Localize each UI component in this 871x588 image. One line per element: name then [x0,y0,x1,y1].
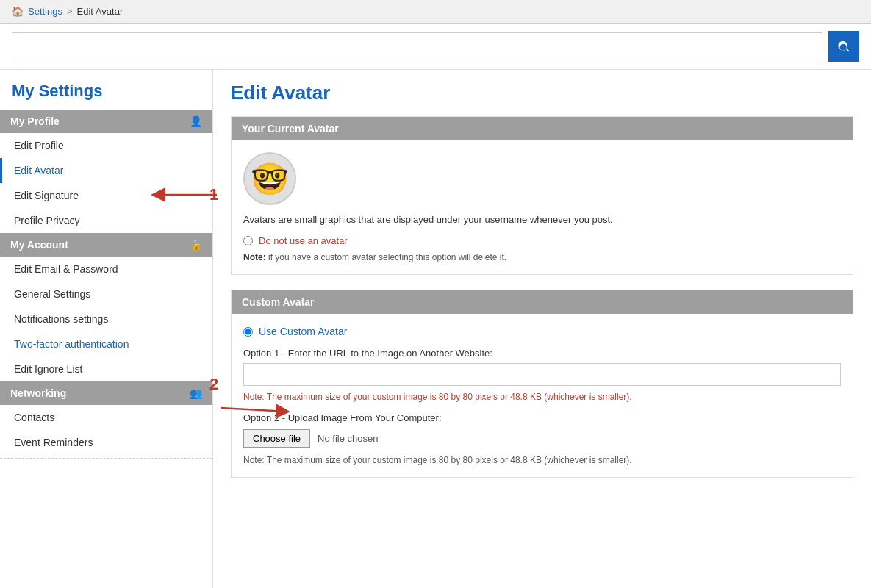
current-avatar-body: 🤓 Avatars are small graphics that are di… [232,140,853,274]
no-avatar-row: Do not use an avatar [243,235,841,246]
sidebar-item-edit-profile[interactable]: Edit Profile [0,133,212,158]
option2-note: Note: The maximum size of your custom im… [243,455,841,465]
breadcrumb-root[interactable]: Settings [28,6,62,17]
file-upload-row: Choose file No file chosen [243,429,841,448]
search-bar [0,24,871,70]
avatar: 🤓 [243,152,296,205]
sidebar-section-my-account: My Account 🔒 [0,233,212,257]
sidebar-item-notifications-settings[interactable]: Notifications settings [0,306,212,331]
custom-avatar-body: Use Custom Avatar Option 1 - Enter the U… [232,314,853,477]
search-button[interactable] [828,31,859,62]
sidebar-item-two-factor[interactable]: Two-factor authentication [0,331,212,356]
no-avatar-note: Note: if you have a custom avatar select… [243,252,841,262]
page-title: Edit Avatar [231,82,853,104]
sidebar-divider [0,458,212,459]
sidebar-item-event-reminders[interactable]: Event Reminders [0,430,212,455]
current-avatar-header: Your Current Avatar [232,117,853,140]
main-layout: My Settings My Profile 👤 Edit Profile Ed… [0,70,871,588]
sidebar-item-edit-ignore-list[interactable]: Edit Ignore List [0,356,212,381]
sidebar-heading: My Settings [0,70,212,110]
sidebar-item-edit-avatar[interactable]: Edit Avatar [0,158,212,183]
no-file-text: No file chosen [318,433,378,444]
sidebar-section-my-profile: My Profile 👤 [0,110,212,133]
no-avatar-note-text: if you have a custom avatar selecting th… [268,252,506,262]
no-avatar-label[interactable]: Do not use an avatar [259,235,348,246]
search-input[interactable] [12,32,822,60]
lock-icon: 🔒 [190,239,202,251]
avatar-face: 🤓 [251,161,289,197]
url-input[interactable] [243,363,841,386]
choose-file-button[interactable]: Choose file [243,429,310,448]
networking-label: Networking [10,387,66,399]
person-icon: 👤 [190,115,202,127]
home-icon: 🏠 [12,6,24,17]
no-avatar-radio[interactable] [243,236,253,245]
sidebar-item-edit-signature[interactable]: Edit Signature [0,183,212,208]
breadcrumb-current: Edit Avatar [77,6,123,17]
sidebar-section-networking: Networking 👥 [0,381,212,405]
current-avatar-section: Your Current Avatar 🤓 Avatars are small … [231,116,853,275]
sidebar-item-profile-privacy[interactable]: Profile Privacy [0,208,212,233]
sidebar-item-contacts[interactable]: Contacts [0,405,212,430]
use-custom-avatar-row: Use Custom Avatar [243,326,841,337]
sidebar-item-general-settings[interactable]: General Settings [0,282,212,306]
my-profile-label: My Profile [10,115,60,127]
networking-icon: 👥 [190,387,202,399]
search-icon [836,39,851,54]
avatar-description: Avatars are small graphics that are disp… [243,214,841,225]
content-area: Edit Avatar Your Current Avatar 🤓 Avatar… [213,70,871,588]
option1-note: Note: The maximum size of your custom im… [243,392,841,402]
sidebar-item-edit-email-password[interactable]: Edit Email & Password [0,257,212,282]
breadcrumb: 🏠 Settings > Edit Avatar [0,0,871,24]
breadcrumb-sep: > [67,6,73,17]
custom-avatar-section: Custom Avatar Use Custom Avatar Option 1… [231,290,853,478]
custom-avatar-header: Custom Avatar [232,290,853,314]
sidebar: My Settings My Profile 👤 Edit Profile Ed… [0,70,213,588]
option2-label: Option 2 - Upload Image From Your Comput… [243,412,841,423]
use-custom-radio[interactable] [243,327,253,337]
use-custom-label[interactable]: Use Custom Avatar [259,326,347,337]
my-account-label: My Account [10,239,68,251]
option1-label: Option 1 - Enter the URL to the Image on… [243,348,841,359]
